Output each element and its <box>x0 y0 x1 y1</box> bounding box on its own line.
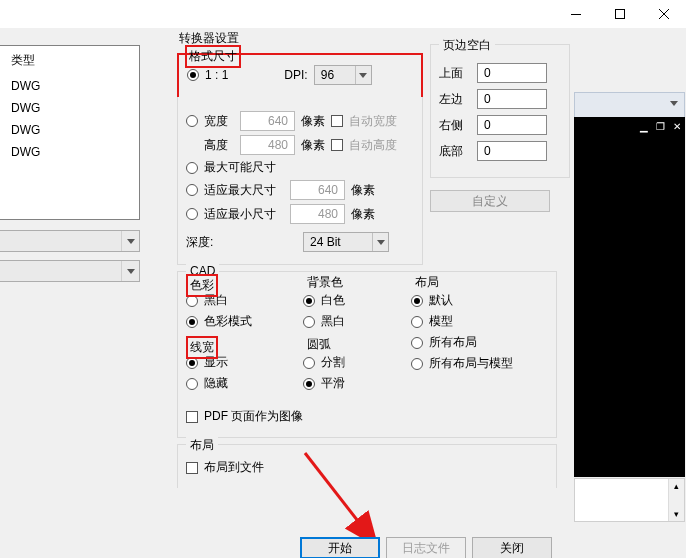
arc-split-radio[interactable] <box>303 357 315 369</box>
dpi-label: DPI: <box>284 68 307 82</box>
layout-all-model-radio[interactable] <box>411 358 423 370</box>
bgcolor-legend: 背景色 <box>303 274 347 291</box>
height-px-label: 像素 <box>301 137 325 154</box>
margin-top-input[interactable]: 0 <box>477 63 547 83</box>
scroll-up-icon[interactable]: ▴ <box>669 479 684 493</box>
bg-close-icon[interactable]: ✕ <box>673 121 681 132</box>
auto-height-checkbox[interactable] <box>331 139 343 151</box>
color-legend: 色彩 <box>186 274 218 297</box>
close-button[interactable] <box>642 0 686 28</box>
layout-all-label: 所有布局 <box>429 334 477 351</box>
layout-legend: 布局 <box>411 274 443 291</box>
background-dark-panel: ▁ ❐ ✕ <box>574 117 685 477</box>
auto-height-label: 自动高度 <box>349 137 397 154</box>
list-item[interactable]: DWG <box>0 75 139 97</box>
lw-hide-label: 隐藏 <box>204 375 228 392</box>
arc-split-label: 分割 <box>321 354 345 371</box>
lw-hide-radio[interactable] <box>186 378 198 390</box>
list-item[interactable]: DWG <box>0 141 139 163</box>
width-px-label: 像素 <box>301 113 325 130</box>
height-input[interactable]: 480 <box>240 135 295 155</box>
height-label: 高度 <box>204 137 234 154</box>
custom-button[interactable]: 自定义 <box>430 190 550 212</box>
layout-all-radio[interactable] <box>411 337 423 349</box>
margin-right-input[interactable]: 0 <box>477 115 547 135</box>
color-mode-label: 色彩模式 <box>204 313 252 330</box>
pdf-as-image-label: PDF 页面作为图像 <box>204 408 303 425</box>
file-type-list: 类型 DWG DWG DWG DWG <box>0 45 140 220</box>
fit-min-px-label: 像素 <box>351 206 375 223</box>
chevron-down-icon <box>121 261 139 281</box>
scroll-down-icon[interactable]: ▾ <box>669 507 684 521</box>
arc-legend: 圆弧 <box>303 336 335 353</box>
fit-min-label: 适应最小尺寸 <box>204 206 284 223</box>
width-label: 宽度 <box>204 113 234 130</box>
fit-max-radio[interactable] <box>186 184 198 196</box>
bg-minimize-icon[interactable]: ▁ <box>640 121 648 132</box>
scrollbar[interactable]: ▴ ▾ <box>668 479 684 521</box>
start-button[interactable]: 开始 <box>300 537 380 558</box>
bg-black-radio[interactable] <box>303 316 315 328</box>
layout-file-legend: 布局 <box>186 437 218 454</box>
maximize-button[interactable] <box>598 0 642 28</box>
fit-max-label: 适应最大尺寸 <box>204 182 284 199</box>
max-possible-label: 最大可能尺寸 <box>204 159 276 176</box>
left-combo-1[interactable] <box>0 230 140 252</box>
chevron-down-icon <box>372 233 388 251</box>
chevron-down-icon[interactable] <box>670 95 678 109</box>
pdf-as-image-checkbox[interactable] <box>186 411 198 423</box>
arc-smooth-label: 平滑 <box>321 375 345 392</box>
depth-value: 24 Bit <box>310 235 341 249</box>
minimize-button[interactable] <box>554 0 598 28</box>
bg-white-radio[interactable] <box>303 295 315 307</box>
width-radio[interactable] <box>186 115 198 127</box>
arc-smooth-radio[interactable] <box>303 378 315 390</box>
depth-select[interactable]: 24 Bit <box>303 232 389 252</box>
chevron-down-icon <box>121 231 139 251</box>
width-input[interactable]: 640 <box>240 111 295 131</box>
layout-all-model-label: 所有布局与模型 <box>429 355 513 372</box>
ratio-1-1-radio[interactable] <box>187 69 199 81</box>
margin-bottom-input[interactable]: 0 <box>477 141 547 161</box>
ratio-1-1-label: 1 : 1 <box>205 68 228 82</box>
background-light-panel: ▴ ▾ <box>574 478 685 522</box>
list-item[interactable]: DWG <box>0 119 139 141</box>
chevron-down-icon <box>355 66 371 84</box>
fit-max-input[interactable]: 640 <box>290 180 345 200</box>
margin-left-label: 左边 <box>439 91 469 108</box>
format-size-legend: 格式尺寸 <box>185 45 241 68</box>
margin-right-label: 右侧 <box>439 117 469 134</box>
margin-top-label: 上面 <box>439 65 469 82</box>
bg-black-label: 黑白 <box>321 313 345 330</box>
auto-width-checkbox[interactable] <box>331 115 343 127</box>
bg-restore-icon[interactable]: ❐ <box>656 121 665 132</box>
close-dialog-button[interactable]: 关闭 <box>472 537 552 558</box>
margin-left-input[interactable]: 0 <box>477 89 547 109</box>
layout-model-label: 模型 <box>429 313 453 330</box>
dpi-select[interactable]: 96 <box>314 65 372 85</box>
layout-default-radio[interactable] <box>411 295 423 307</box>
fit-max-px-label: 像素 <box>351 182 375 199</box>
layout-model-radio[interactable] <box>411 316 423 328</box>
bg-white-label: 白色 <box>321 292 345 309</box>
left-combo-2[interactable] <box>0 260 140 282</box>
depth-label: 深度: <box>186 234 236 251</box>
window-titlebar <box>0 0 686 28</box>
layout-default-label: 默认 <box>429 292 453 309</box>
log-file-button[interactable]: 日志文件 <box>386 537 466 558</box>
layout-to-file-label: 布局到文件 <box>204 459 264 476</box>
file-type-header: 类型 <box>0 46 139 75</box>
fit-min-radio[interactable] <box>186 208 198 220</box>
margins-legend: 页边空白 <box>439 37 495 54</box>
list-item[interactable]: DWG <box>0 97 139 119</box>
linewidth-legend: 线宽 <box>186 336 218 359</box>
svg-rect-1 <box>616 10 625 19</box>
fit-min-input[interactable]: 480 <box>290 204 345 224</box>
layout-to-file-checkbox[interactable] <box>186 462 198 474</box>
dpi-value: 96 <box>321 68 334 82</box>
auto-width-label: 自动宽度 <box>349 113 397 130</box>
max-possible-radio[interactable] <box>186 162 198 174</box>
color-mode-radio[interactable] <box>186 316 198 328</box>
margin-bottom-label: 底部 <box>439 143 469 160</box>
